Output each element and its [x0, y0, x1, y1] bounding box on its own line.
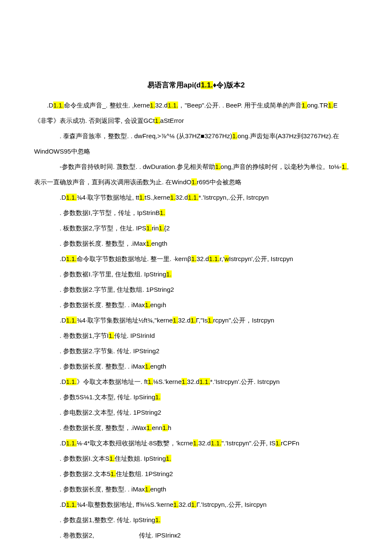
highlight-text: 1.1.	[66, 378, 77, 385]
plain-text: . 参数数据I,字节型，传址，IpStrinB	[60, 209, 160, 216]
highlight-text: 1.	[173, 317, 178, 324]
plain-text: tS.,kerne	[144, 194, 170, 201]
highlight-text: 1.	[193, 439, 199, 447]
plain-text: rCPFn	[281, 439, 299, 447]
highlight-text: 1.	[159, 224, 164, 232]
text-line: .D1.1.¾4-取整数数据地址, ff⅜⅛S.'kerne1.32.d1.Γ.…	[34, 497, 358, 512]
text-line: . 泰森声音族率，整数型. . dwFreq,>⅞^⅛ (从37HZ■32767…	[34, 128, 358, 144]
plain-text: . 参数5S⅛1.文本型, 传址. IpSiring	[60, 393, 155, 401]
highlight-text: 1.	[342, 163, 347, 170]
plain-text: . 参数数据长度. 整数型. . iMax	[60, 363, 145, 370]
plain-text: ength	[151, 240, 167, 247]
highlight-text: 1.	[155, 117, 160, 124]
highlight-text: 1.1.	[167, 102, 178, 109]
plain-text: 32.d	[155, 102, 167, 109]
plain-text: ⅛·4*取文本数殂收据地址·8S数嫛，'kcrne	[77, 439, 193, 447]
plain-text: E	[333, 102, 337, 109]
highlight-text: 1.1.	[199, 378, 210, 385]
text-line: . 参数数据2.字节里, 住址数组. 1PString2	[34, 282, 358, 297]
highlight-text: 1.1.	[66, 255, 77, 262]
highlight-text: 1.1.	[209, 255, 219, 262]
text-line: . 卷教数据2, 传址. IPSIrinк2	[34, 528, 358, 543]
plain-text: {2	[164, 224, 170, 232]
text-line: . 参数数据长度. 整数型. . iMax1.ength	[34, 359, 358, 374]
highlight-text: 1.1.	[66, 317, 77, 324]
plain-text: 》令取文本数据地址一. ft	[77, 378, 148, 385]
plain-text: engıh	[150, 301, 167, 308]
text-line: . 参数数据2.文本51.住址数组. 1PString2	[34, 466, 358, 482]
plain-text: . 卷教数据2, 传址. IPSIrinк2	[60, 532, 181, 539]
highlight-text: 1.	[145, 363, 150, 370]
plain-text: .D	[60, 194, 66, 201]
plain-text: 命令生成声音_. 整蚊生. ,kerne	[64, 102, 150, 109]
plain-text: ength	[150, 485, 167, 493]
document-body: .D1.1.命令生成声音_. 整蚊生. ,kerne1.32.d1.1.，"Be…	[34, 98, 358, 543]
plain-text: . 参数盘据1,整数空. 传址. IpString	[60, 516, 155, 523]
highlight-text: 1.	[110, 455, 115, 462]
plain-text: . 板数数据2,字节型，住址. IPS	[60, 224, 146, 232]
plain-text: ong.声齿短率(A37Hz到32767Hz).在	[237, 132, 339, 139]
plain-text: ,	[347, 163, 349, 170]
plain-text: ong.TR	[307, 102, 328, 109]
plain-text: 传址. IPSIrinId	[114, 332, 155, 339]
highlight-text: 1.	[150, 102, 156, 109]
title-hl: 1.1.	[201, 81, 213, 89]
highlight-text: w	[225, 255, 229, 262]
text-line: . 参数盘据1,整数空. 传址. IpString1.	[34, 512, 358, 528]
plain-text: ¾4·取字节数据地址, tt	[77, 194, 139, 201]
plain-text: ¾4·取字节集数据地址½ft¾,"kerne	[77, 317, 173, 324]
plain-text: -参数声音持铁时同. 蔑数型. . dwDuration.参见相关帮助	[60, 163, 215, 170]
highlight-text: 1.1.	[211, 439, 222, 447]
plain-text: *.'Istrcpyn,.公开, Istrcpyn	[199, 194, 269, 201]
text-line: .D1.1.命令取字节数姐数据地址. 整一里. ·kernβ1.32.d1.1.…	[34, 251, 358, 267]
plain-text: . 参数数据长度, 整数型. . iMax	[60, 485, 145, 493]
highlight-text: 1.	[147, 424, 152, 431]
plain-text: .D	[60, 501, 66, 508]
plain-text: . 叁数数据长度, 整数型，.iWax	[60, 424, 147, 431]
text-line: 《非零》表示成功. 否则返回零, 会设置GCt1.aStError	[34, 113, 358, 128]
plain-text: ".'Istrcpyn".公开, IS	[222, 439, 276, 447]
page-title: 易语言常用api(d1.1.♦令)版本2	[34, 77, 358, 94]
plain-text: aStError	[160, 117, 184, 124]
text-line: . 参数数裾I.字节里, 住址数组. IpString1.	[34, 267, 358, 282]
highlight-text: 1.	[276, 439, 281, 447]
text-line: .D1.1.⅛·4*取文本数殂收据地址·8S数嫛，'kcrne1.32.d1.1…	[34, 436, 358, 451]
text-line: 表示一直确放声音，直到再次调用该函数为止. 在WindO1.r695中会被忽略	[34, 174, 358, 190]
plain-text: 住址数组. 1PString2	[116, 470, 173, 477]
highlight-text: 1.1.	[66, 439, 77, 447]
text-line: .D1.1.命令生成声音_. 整蚊生. ,kerne1.32.d1.1.，"Be…	[34, 98, 358, 113]
highlight-text: 1.	[182, 378, 187, 385]
highlight-text: 1.1.	[66, 194, 77, 201]
plain-text: . 卷数数据1,字节I	[60, 332, 109, 339]
highlight-text: 1.	[190, 317, 196, 324]
plain-text: . 参数数据长度. 整数型，.iMax	[60, 240, 146, 247]
text-line: . 板数数据2,字节型，住址. IPS1.rin1.{2	[34, 221, 358, 236]
plain-text: . 参数数据2.字节里, 住址数组. 1PString2	[60, 286, 174, 293]
plain-text: .D	[60, 317, 66, 324]
highlight-text: 1.	[191, 255, 197, 262]
highlight-text: 1.	[191, 501, 197, 508]
text-line: . 叁数数据长度, 整数型，.iWax1.enn1.h	[34, 420, 358, 436]
text-line: .D1.1.¾4·取字节集数据地址½ft¾,"kerne1.32.d1.Γ,"I…	[34, 313, 358, 328]
plain-text: . 泰森声音族率，整数型. . dwFreq,>⅞^⅛ (从37HZ■32767…	[60, 132, 232, 139]
highlight-text: 1.	[145, 485, 150, 493]
text-line: . 参数数据长度. 整数型. . iMax1.engıh	[34, 297, 358, 313]
plain-text: .D	[60, 378, 66, 385]
highlight-text: 1.	[110, 470, 116, 477]
plain-text: . 参数数据2.字节集. 传址. IPString2	[60, 347, 159, 355]
highlight-text: 1.	[160, 209, 165, 216]
text-line: . 卷数数据1,字节I1.传址. IPSIrinId	[34, 328, 358, 343]
highlight-text: 1.	[302, 102, 307, 109]
plain-text: h	[168, 424, 171, 431]
plain-text: ⅛S.'kerne	[153, 378, 182, 385]
plain-text: 32.d	[178, 317, 190, 324]
plain-text: 命令取字节数姐数据地址. 整一里. ·kernβ	[77, 255, 191, 262]
plain-text: Γ,"Is	[196, 317, 208, 324]
text-line: . 参数数据I.文本S1.住址数姐. IpString1.	[34, 451, 358, 466]
plain-text: ength	[150, 363, 167, 370]
plain-text: ，"Beep".公开. . BeeP. 用于生成简单的声音	[178, 102, 302, 109]
plain-text: 32.d	[176, 194, 188, 201]
plain-text: rin	[152, 224, 159, 232]
title-pre: 易语言常用api(d	[147, 81, 201, 89]
plain-text: enn	[152, 424, 162, 431]
